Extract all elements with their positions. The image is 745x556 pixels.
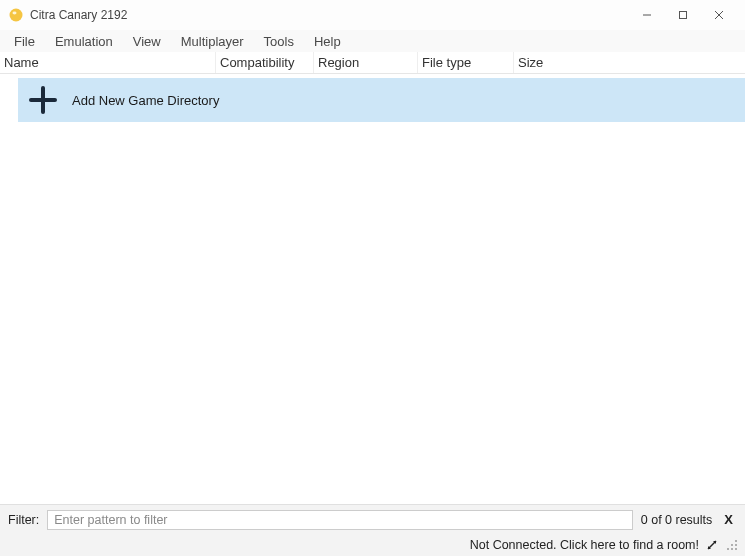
svg-rect-3 (680, 12, 687, 19)
menu-help[interactable]: Help (304, 32, 351, 51)
menu-emulation[interactable]: Emulation (45, 32, 123, 51)
game-list: Add New Game Directory (0, 74, 745, 496)
svg-point-0 (10, 9, 23, 22)
column-headers: Name Compatibility Region File type Size (0, 52, 745, 74)
column-header-name[interactable]: Name (0, 52, 216, 73)
status-bar: Not Connected. Click here to find a room… (0, 534, 745, 556)
column-header-filetype[interactable]: File type (418, 52, 514, 73)
svg-point-16 (735, 548, 737, 550)
svg-point-13 (735, 544, 737, 546)
column-header-size[interactable]: Size (514, 52, 745, 73)
svg-point-14 (727, 548, 729, 550)
svg-point-12 (731, 544, 733, 546)
maximize-button[interactable] (665, 0, 701, 30)
add-game-directory-row[interactable]: Add New Game Directory (18, 78, 745, 122)
menu-file[interactable]: File (4, 32, 45, 51)
filter-clear-button[interactable]: X (720, 512, 737, 527)
titlebar: Citra Canary 2192 (0, 0, 745, 30)
app-icon (8, 7, 24, 23)
add-game-directory-label: Add New Game Directory (72, 93, 219, 108)
filter-input[interactable] (47, 510, 633, 530)
menubar: File Emulation View Multiplayer Tools He… (0, 30, 745, 52)
close-button[interactable] (701, 0, 737, 30)
plus-icon (28, 85, 58, 115)
menu-tools[interactable]: Tools (254, 32, 304, 51)
network-icon[interactable] (705, 538, 719, 552)
multiplayer-status-link[interactable]: Not Connected. Click here to find a room… (470, 538, 699, 552)
filter-results-text: 0 of 0 results (641, 513, 713, 527)
svg-point-1 (13, 12, 17, 15)
minimize-button[interactable] (629, 0, 665, 30)
menu-multiplayer[interactable]: Multiplayer (171, 32, 254, 51)
svg-point-11 (735, 540, 737, 542)
window-title: Citra Canary 2192 (30, 8, 127, 22)
svg-point-15 (731, 548, 733, 550)
menu-view[interactable]: View (123, 32, 171, 51)
resize-grip[interactable] (725, 538, 739, 552)
filter-label: Filter: (8, 513, 39, 527)
column-header-compatibility[interactable]: Compatibility (216, 52, 314, 73)
filter-bar: Filter: 0 of 0 results X (0, 504, 745, 534)
column-header-region[interactable]: Region (314, 52, 418, 73)
window-controls (629, 0, 737, 30)
